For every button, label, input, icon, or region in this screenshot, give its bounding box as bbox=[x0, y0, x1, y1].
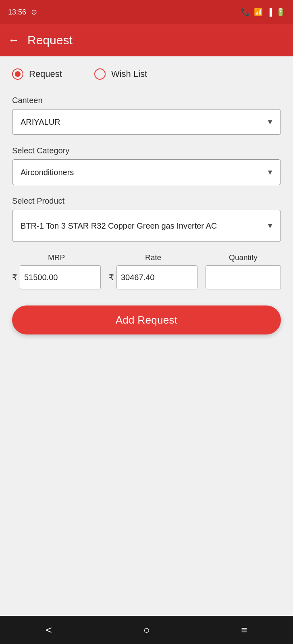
mrp-label: MRP bbox=[12, 253, 101, 262]
add-request-button[interactable]: Add Request bbox=[12, 305, 281, 334]
quantity-label: Quantity bbox=[206, 253, 281, 262]
mrp-input[interactable] bbox=[20, 265, 101, 289]
price-row: MRP ₹ Rate ₹ Quantity bbox=[12, 253, 281, 289]
time-display: 13:56 bbox=[8, 8, 26, 17]
radio-circle-request[interactable] bbox=[12, 68, 23, 80]
signal-icon: ▐ bbox=[267, 8, 272, 17]
category-select[interactable]: Airconditioners bbox=[12, 159, 281, 185]
rate-label: Rate bbox=[109, 253, 197, 262]
radio-label-wishlist: Wish List bbox=[111, 69, 147, 79]
category-label: Select Category bbox=[12, 146, 281, 155]
rate-input-wrapper: ₹ bbox=[109, 265, 197, 289]
back-button[interactable]: ← bbox=[8, 34, 19, 47]
product-label: Select Product bbox=[12, 196, 281, 206]
status-bar-left: 13:56 ⊙ bbox=[8, 8, 37, 17]
rate-input[interactable] bbox=[116, 265, 197, 289]
app-header: ← Request bbox=[0, 24, 293, 56]
category-field-group: Select Category Airconditioners ▼ bbox=[12, 146, 281, 185]
page-title: Request bbox=[27, 33, 73, 47]
rate-rupee-icon: ₹ bbox=[109, 272, 114, 282]
radio-option-request[interactable]: Request bbox=[12, 68, 62, 80]
category-select-wrapper: Airconditioners ▼ bbox=[12, 159, 281, 185]
rate-col: Rate ₹ bbox=[109, 253, 197, 289]
bottom-nav: < ○ ≡ bbox=[0, 616, 293, 644]
mrp-rupee-icon: ₹ bbox=[12, 272, 17, 282]
nav-menu-button[interactable]: ≡ bbox=[229, 620, 259, 640]
status-bar-right: 📞 📶 ▐ 🔋 bbox=[241, 8, 285, 17]
nav-home-button[interactable]: ○ bbox=[131, 620, 162, 640]
radio-option-wishlist[interactable]: Wish List bbox=[94, 68, 147, 80]
mrp-input-wrapper: ₹ bbox=[12, 265, 101, 289]
wifi-icon: 📶 bbox=[254, 8, 263, 17]
phone-icon: 📞 bbox=[241, 8, 250, 17]
canteen-field-group: Canteen ARIYALUR ▼ bbox=[12, 96, 281, 135]
battery-icon: 🔋 bbox=[276, 8, 285, 17]
mrp-col: MRP ₹ bbox=[12, 253, 101, 289]
canteen-label: Canteen bbox=[12, 96, 281, 105]
product-field-group: Select Product BTR-1 Ton 3 STAR R32 Copp… bbox=[12, 196, 281, 242]
canteen-select[interactable]: ARIYALUR bbox=[12, 109, 281, 135]
canteen-select-wrapper: ARIYALUR ▼ bbox=[12, 109, 281, 135]
quantity-col: Quantity bbox=[206, 253, 281, 289]
camera-icon: ⊙ bbox=[31, 8, 37, 17]
product-select-wrapper: BTR-1 Ton 3 STAR R32 Copper Green gas In… bbox=[12, 210, 281, 242]
status-bar: 13:56 ⊙ 📞 📶 ▐ 🔋 bbox=[0, 0, 293, 24]
radio-group: Request Wish List bbox=[12, 68, 281, 80]
product-select[interactable]: BTR-1 Ton 3 STAR R32 Copper Green gas In… bbox=[12, 210, 281, 242]
radio-label-request: Request bbox=[29, 69, 62, 79]
nav-back-button[interactable]: < bbox=[33, 620, 64, 640]
main-content: Request Wish List Canteen ARIYALUR ▼ Sel… bbox=[0, 56, 293, 616]
quantity-input[interactable] bbox=[206, 265, 281, 289]
radio-circle-wishlist[interactable] bbox=[94, 68, 106, 80]
